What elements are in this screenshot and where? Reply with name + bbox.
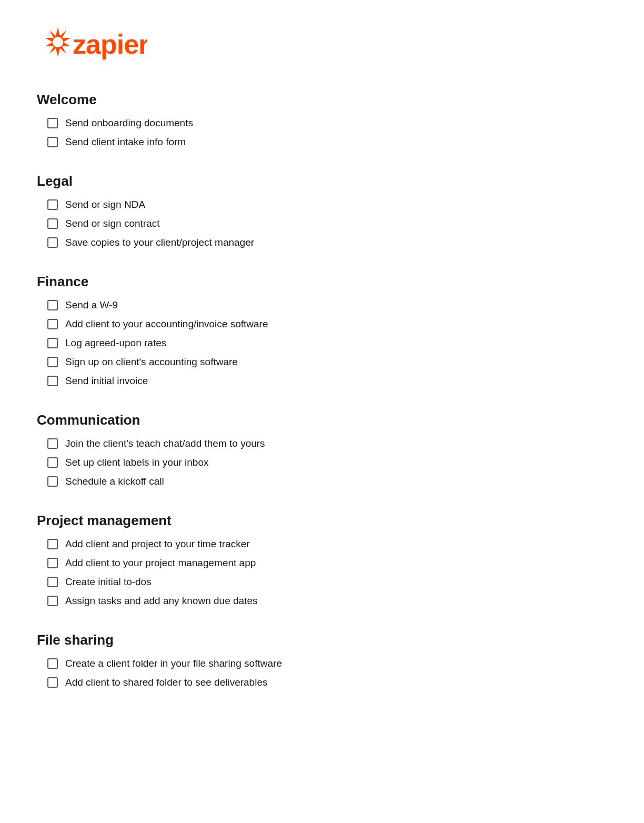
checklist-project-management: Add client and project to your time trac…: [37, 538, 607, 607]
checklist-item-label: Sign up on client's accounting software: [65, 356, 238, 368]
checklist-item-label: Send a W-9: [65, 299, 118, 311]
list-item: Create a client folder in your file shar…: [47, 658, 607, 669]
svg-text:zapier: zapier: [73, 29, 147, 59]
checklist-item-label: Add client to your accounting/invoice so…: [65, 318, 268, 330]
checklist-communication: Join the client's teach chat/add them to…: [37, 438, 607, 487]
checklist-item-label: Send initial invoice: [65, 375, 148, 387]
section-title-finance: Finance: [37, 274, 607, 290]
checklist-item-label: Add client and project to your time trac…: [65, 538, 250, 550]
list-item: Set up client labels in your inbox: [47, 457, 607, 468]
checkbox[interactable]: [47, 457, 58, 468]
list-item: Send onboarding documents: [47, 117, 607, 129]
checklist-legal: Send or sign NDASend or sign contractSav…: [37, 199, 607, 248]
list-item: Create initial to-dos: [47, 576, 607, 588]
section-communication: CommunicationJoin the client's teach cha…: [37, 412, 607, 487]
checklist-item-label: Send or sign contract: [65, 218, 160, 229]
checkbox[interactable]: [47, 658, 58, 669]
checklist-item-label: Add client to shared folder to see deliv…: [65, 677, 267, 688]
section-finance: FinanceSend a W-9Add client to your acco…: [37, 274, 607, 387]
list-item: Log agreed-upon rates: [47, 337, 607, 349]
sections-container: WelcomeSend onboarding documentsSend cli…: [37, 92, 607, 688]
list-item: Send or sign NDA: [47, 199, 607, 210]
checklist-welcome: Send onboarding documentsSend client int…: [37, 117, 607, 148]
list-item: Send a W-9: [47, 299, 607, 311]
list-item: Add client and project to your time trac…: [47, 538, 607, 550]
section-legal: LegalSend or sign NDASend or sign contra…: [37, 173, 607, 248]
checkbox[interactable]: [47, 199, 58, 210]
checkbox[interactable]: [47, 677, 58, 688]
list-item: Join the client's teach chat/add them to…: [47, 438, 607, 449]
zapier-logo: zapier: [37, 21, 147, 63]
checklist-item-label: Join the client's teach chat/add them to…: [65, 438, 265, 449]
checklist-item-label: Add client to your project management ap…: [65, 557, 256, 569]
checklist-item-label: Log agreed-upon rates: [65, 337, 166, 349]
checkbox[interactable]: [47, 376, 58, 386]
checklist-item-label: Send or sign NDA: [65, 199, 145, 210]
checkbox[interactable]: [47, 539, 58, 549]
checklist-item-label: Send client intake info form: [65, 136, 186, 148]
section-title-communication: Communication: [37, 412, 607, 428]
list-item: Schedule a kickoff call: [47, 476, 607, 487]
list-item: Add client to shared folder to see deliv…: [47, 677, 607, 688]
checklist-item-label: Assign tasks and add any known due dates: [65, 595, 257, 607]
list-item: Add client to your accounting/invoice so…: [47, 318, 607, 330]
section-project-management: Project managementAdd client and project…: [37, 513, 607, 607]
list-item: Save copies to your client/project manag…: [47, 237, 607, 248]
list-item: Add client to your project management ap…: [47, 557, 607, 569]
list-item: Send or sign contract: [47, 218, 607, 229]
section-title-legal: Legal: [37, 173, 607, 189]
checklist-item-label: Create a client folder in your file shar…: [65, 658, 282, 669]
section-welcome: WelcomeSend onboarding documentsSend cli…: [37, 92, 607, 148]
checklist-finance: Send a W-9Add client to your accounting/…: [37, 299, 607, 387]
checkbox[interactable]: [47, 237, 58, 248]
section-title-project-management: Project management: [37, 513, 607, 529]
checklist-item-label: Create initial to-dos: [65, 576, 152, 588]
checklist-item-label: Save copies to your client/project manag…: [65, 237, 254, 248]
list-item: Assign tasks and add any known due dates: [47, 595, 607, 607]
checkbox[interactable]: [47, 558, 58, 568]
svg-point-1: [53, 37, 63, 47]
list-item: Send initial invoice: [47, 375, 607, 387]
checklist-item-label: Set up client labels in your inbox: [65, 457, 209, 468]
logo-container: zapier: [37, 21, 607, 65]
checklist-item-label: Send onboarding documents: [65, 117, 193, 129]
checkbox[interactable]: [47, 319, 58, 329]
checkbox[interactable]: [47, 577, 58, 587]
section-title-file-sharing: File sharing: [37, 632, 607, 648]
checklist-file-sharing: Create a client folder in your file shar…: [37, 658, 607, 688]
checkbox[interactable]: [47, 438, 58, 449]
checkbox[interactable]: [47, 476, 58, 487]
checkbox[interactable]: [47, 596, 58, 606]
checklist-item-label: Schedule a kickoff call: [65, 476, 164, 487]
section-file-sharing: File sharingCreate a client folder in yo…: [37, 632, 607, 688]
list-item: Send client intake info form: [47, 136, 607, 148]
checkbox[interactable]: [47, 300, 58, 310]
checkbox[interactable]: [47, 137, 58, 147]
section-title-welcome: Welcome: [37, 92, 607, 108]
list-item: Sign up on client's accounting software: [47, 356, 607, 368]
checkbox[interactable]: [47, 338, 58, 348]
checkbox[interactable]: [47, 218, 58, 229]
checkbox[interactable]: [47, 357, 58, 367]
checkbox[interactable]: [47, 118, 58, 128]
